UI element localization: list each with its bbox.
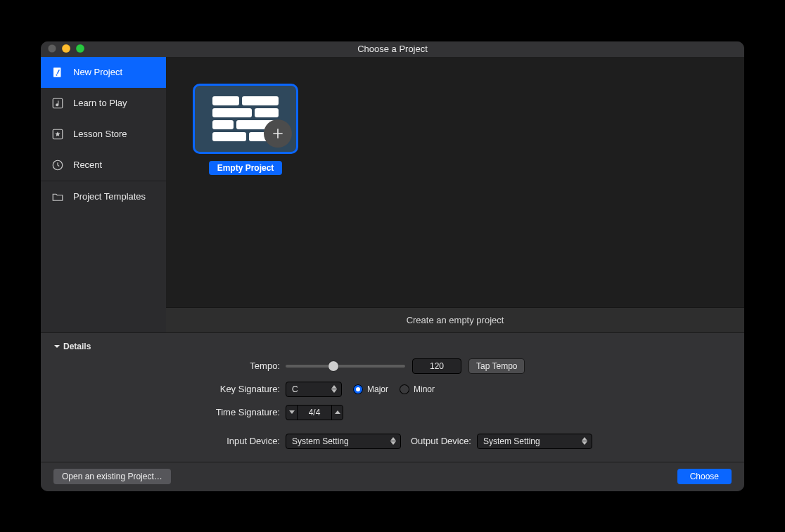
sidebar: New Project Learn to Play [41, 57, 166, 332]
input-device-select[interactable]: System Setting [286, 434, 401, 449]
sidebar-item-project-templates[interactable]: Project Templates [41, 181, 166, 212]
sidebar-item-lesson-store[interactable]: Lesson Store [41, 119, 166, 150]
tempo-value-field[interactable]: 120 [412, 358, 461, 374]
svg-rect-2 [53, 98, 63, 108]
titlebar: Choose a Project [41, 41, 744, 57]
template-label: Empty Project [209, 161, 283, 175]
template-thumbnail [193, 84, 298, 154]
radio-minor-label: Minor [414, 384, 435, 394]
radio-major[interactable]: Major [353, 384, 388, 394]
details-header-label: Details [63, 342, 91, 351]
main-panel: Empty Project Create an empty project [166, 57, 744, 332]
time-signature-value: 4/4 [309, 408, 321, 417]
window-body: New Project Learn to Play [41, 57, 744, 332]
time-signature-label: Time Signature: [53, 407, 286, 417]
window-controls [48, 44, 84, 53]
music-note-icon [51, 96, 65, 110]
key-signature-select[interactable]: C [286, 382, 342, 397]
sidebar-item-label: Recent [73, 160, 102, 170]
project-chooser-window: Choose a Project New Project [41, 41, 744, 491]
sidebar-item-label: Lesson Store [73, 129, 127, 139]
sidebar-item-label: Project Templates [73, 191, 146, 202]
radio-minor[interactable]: Minor [400, 384, 435, 394]
updown-icon [330, 382, 338, 396]
details-disclosure[interactable]: Details [53, 342, 732, 351]
radio-dot-icon [353, 384, 363, 394]
template-grid: Empty Project [166, 57, 744, 307]
updown-icon [389, 434, 397, 448]
input-device-value: System Setting [292, 436, 349, 446]
sidebar-item-label: Learn to Play [73, 98, 127, 108]
template-empty-project[interactable]: Empty Project [193, 84, 298, 175]
close-window-button[interactable] [48, 44, 56, 53]
plus-icon [264, 119, 292, 148]
star-box-icon [51, 127, 65, 141]
template-description: Create an empty project [166, 307, 744, 332]
radio-dot-icon [400, 384, 409, 394]
stepper-decrement[interactable] [286, 406, 298, 420]
window-title: Choose a Project [357, 44, 428, 54]
input-device-label: Input Device: [53, 436, 286, 446]
svg-point-1 [56, 74, 58, 76]
updown-icon [580, 434, 589, 448]
key-signature-label: Key Signature: [53, 384, 286, 394]
radio-major-label: Major [367, 384, 388, 394]
svg-point-3 [56, 103, 58, 105]
stepper-increment[interactable] [331, 406, 343, 420]
tap-tempo-button[interactable]: Tap Tempo [468, 358, 525, 374]
sidebar-item-recent[interactable]: Recent [41, 150, 166, 181]
zoom-window-button[interactable] [76, 44, 84, 53]
output-device-label: Output Device: [411, 436, 477, 446]
minimize-window-button[interactable] [62, 44, 70, 53]
sidebar-item-learn-to-play[interactable]: Learn to Play [41, 88, 166, 119]
open-existing-project-button[interactable]: Open an existing Project… [53, 469, 171, 484]
tempo-slider[interactable] [286, 365, 405, 368]
key-signature-value: C [292, 384, 298, 394]
guitar-file-icon [51, 65, 65, 79]
sidebar-item-label: New Project [73, 67, 122, 77]
footer: Open an existing Project… Choose [41, 462, 744, 491]
tempo-slider-thumb[interactable] [328, 361, 338, 371]
time-signature-stepper[interactable]: 4/4 [286, 405, 343, 420]
output-device-select[interactable]: System Setting [477, 434, 592, 449]
triangle-down-icon [53, 343, 60, 350]
tempo-label: Tempo: [53, 361, 286, 371]
details-panel: Details Tempo: 120 Tap Tempo Key Signatu… [41, 332, 744, 462]
sidebar-item-new-project[interactable]: New Project [41, 57, 166, 88]
clock-icon [51, 158, 65, 172]
folder-icon [51, 190, 65, 204]
key-mode-radio-group: Major Minor [353, 384, 435, 394]
output-device-value: System Setting [483, 436, 540, 446]
choose-button[interactable]: Choose [677, 469, 732, 484]
